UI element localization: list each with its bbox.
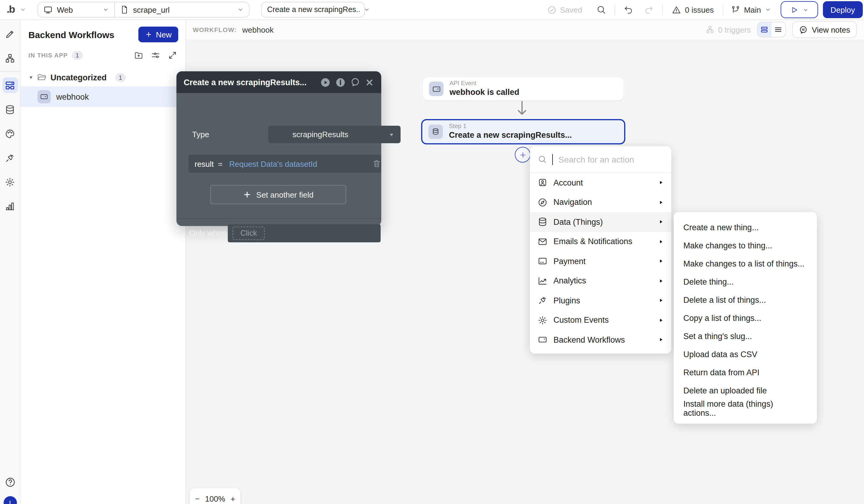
submenu-item-upload-csv[interactable]: Upload data as CSV bbox=[674, 345, 817, 363]
database-icon bbox=[428, 124, 443, 139]
submenu-item-copy-list[interactable]: Copy a list of things... bbox=[674, 309, 817, 327]
view-notes-label: View notes bbox=[812, 25, 850, 34]
sitemap-icon bbox=[5, 53, 15, 63]
chart-icon bbox=[538, 276, 548, 286]
avatar[interactable]: I bbox=[3, 496, 16, 504]
zoom-out-button[interactable]: − bbox=[195, 494, 200, 503]
submenu-item-install-more[interactable]: Install more data (things) actions... bbox=[674, 399, 817, 418]
data-tab[interactable] bbox=[0, 97, 20, 121]
zoom-level: 100% bbox=[205, 494, 225, 503]
search-icon[interactable] bbox=[596, 5, 606, 14]
chevron-down-icon bbox=[238, 7, 243, 13]
add-step-button[interactable] bbox=[515, 147, 530, 163]
workflow-row-webhook[interactable]: webhook bbox=[20, 86, 185, 107]
top-toolbar: .b Web scrape_url Create bbox=[0, 0, 864, 20]
chevron-down-icon bbox=[364, 7, 370, 13]
help-icon[interactable] bbox=[4, 477, 15, 488]
submenu-item-delete-thing[interactable]: Delete thing... bbox=[674, 273, 817, 291]
sitemap-tab[interactable] bbox=[0, 46, 20, 70]
submenu-arrow-icon bbox=[659, 337, 663, 343]
workflow-name[interactable]: webhook bbox=[242, 25, 274, 34]
submenu-item-return-data-api[interactable]: Return data from API bbox=[674, 363, 817, 381]
redo-icon[interactable] bbox=[644, 5, 653, 14]
action-search-input[interactable] bbox=[559, 154, 664, 164]
folder-plus-icon[interactable] bbox=[134, 51, 143, 60]
workflow-selector[interactable]: Create a new scrapingRes... bbox=[261, 2, 365, 17]
step-card-selected[interactable]: Step 1 Create a new scrapingResults... bbox=[421, 119, 625, 144]
menu-item-navigation[interactable]: Navigation bbox=[530, 192, 671, 212]
submenu-item-make-changes-thing[interactable]: Make changes to thing... bbox=[674, 236, 817, 254]
backend-workflows-panel: Backend Workflows New IN THIS APP 1 ▾ bbox=[20, 19, 186, 504]
event-card[interactable]: API Event webhook is called bbox=[423, 77, 624, 100]
deploy-button[interactable]: Deploy bbox=[823, 1, 863, 18]
logs-tab[interactable] bbox=[0, 194, 20, 218]
preview-button[interactable] bbox=[780, 1, 818, 18]
database-icon bbox=[5, 104, 15, 115]
chevron-down-icon bbox=[103, 7, 109, 13]
flow-arrow-down-icon bbox=[515, 100, 529, 117]
toolbar-right: Saved 0 issues Main bbox=[548, 1, 864, 18]
condition-placeholder-chip[interactable]: Click bbox=[232, 227, 265, 240]
field-value-expression[interactable]: Request Data's datasetId bbox=[229, 159, 317, 168]
submenu-item-delete-uploaded-file[interactable]: Delete an uploaded file bbox=[674, 381, 817, 399]
only-when-input[interactable]: Click bbox=[228, 224, 381, 242]
set-another-field-button[interactable]: Set another field bbox=[210, 185, 346, 204]
branch-selector[interactable]: Main bbox=[731, 5, 771, 14]
menu-item-backend-workflows[interactable]: Backend Workflows bbox=[530, 330, 671, 350]
view-notes-button[interactable]: View notes bbox=[792, 21, 857, 38]
menu-item-payment[interactable]: Payment bbox=[530, 251, 671, 271]
modal-header[interactable]: Create a new scrapingResults... bbox=[177, 71, 381, 93]
logo-chevron-down-icon[interactable] bbox=[20, 7, 26, 13]
menu-item-label: Custom Events bbox=[553, 316, 609, 325]
workflow-label: WORKFLOW: bbox=[193, 26, 237, 33]
submenu-item-create-thing[interactable]: Create a new thing... bbox=[674, 218, 817, 236]
submenu-item-set-slug[interactable]: Set a thing's slug... bbox=[674, 327, 817, 345]
submenu-arrow-icon bbox=[659, 180, 663, 185]
chevron-down-icon bbox=[765, 7, 771, 13]
branch-label: Main bbox=[744, 5, 761, 14]
expand-icon[interactable] bbox=[168, 51, 177, 60]
submenu-item-delete-list[interactable]: Delete a list of things... bbox=[674, 291, 817, 309]
type-select[interactable]: scrapingResults bbox=[268, 126, 400, 143]
field-row-result[interactable]: result = Request Data's datasetId bbox=[189, 155, 381, 173]
undo-icon[interactable] bbox=[623, 5, 633, 14]
chevron-down-icon bbox=[803, 7, 808, 12]
caret-down-icon[interactable]: ▾ bbox=[29, 74, 32, 80]
section-label: IN THIS APP bbox=[28, 52, 68, 59]
left-icon-rail: I bbox=[0, 19, 21, 504]
styles-tab[interactable] bbox=[0, 121, 20, 146]
menu-item-analytics[interactable]: Analytics bbox=[530, 271, 671, 291]
card-icon bbox=[538, 335, 548, 345]
menu-item-emails[interactable]: Emails & Notifications bbox=[530, 232, 671, 251]
settings-tab[interactable] bbox=[0, 170, 20, 194]
plug-icon bbox=[5, 153, 15, 163]
new-workflow-button[interactable]: New bbox=[139, 27, 178, 42]
run-icon[interactable] bbox=[320, 77, 331, 87]
card-view-button[interactable] bbox=[757, 22, 771, 37]
zoom-in-button[interactable]: + bbox=[230, 494, 235, 503]
play-icon bbox=[790, 6, 798, 14]
page-selector[interactable]: scrape_url bbox=[115, 2, 249, 17]
submenu-arrow-icon bbox=[659, 259, 663, 264]
bar-chart-icon bbox=[5, 201, 15, 211]
menu-item-custom-events[interactable]: Custom Events bbox=[530, 310, 671, 330]
env-selector[interactable]: Web bbox=[38, 2, 114, 17]
workflows-tab-selected[interactable] bbox=[0, 73, 20, 97]
info-icon[interactable] bbox=[335, 77, 346, 87]
menu-item-data-things[interactable]: Data (Things) bbox=[530, 212, 671, 232]
bubble-logo[interactable]: .b bbox=[7, 4, 14, 16]
design-tab[interactable] bbox=[0, 22, 20, 46]
issues-indicator[interactable]: 0 issues bbox=[672, 5, 713, 14]
submenu-item-make-changes-list[interactable]: Make changes to a list of things... bbox=[674, 254, 817, 273]
trash-icon[interactable] bbox=[372, 159, 381, 168]
menu-item-plugins[interactable]: Plugins bbox=[530, 291, 671, 310]
list-view-button[interactable] bbox=[771, 22, 785, 37]
comment-icon[interactable] bbox=[350, 77, 360, 87]
close-icon[interactable] bbox=[365, 77, 374, 87]
folder-row-uncategorized[interactable]: ▾ Uncategorized 1 bbox=[20, 68, 185, 86]
data-things-submenu: Create a new thing... Make changes to th… bbox=[674, 212, 817, 424]
filter-sliders-icon[interactable] bbox=[151, 51, 160, 60]
action-search-row[interactable] bbox=[530, 146, 671, 173]
plugins-tab[interactable] bbox=[0, 146, 20, 170]
menu-item-account[interactable]: Account bbox=[530, 173, 671, 192]
